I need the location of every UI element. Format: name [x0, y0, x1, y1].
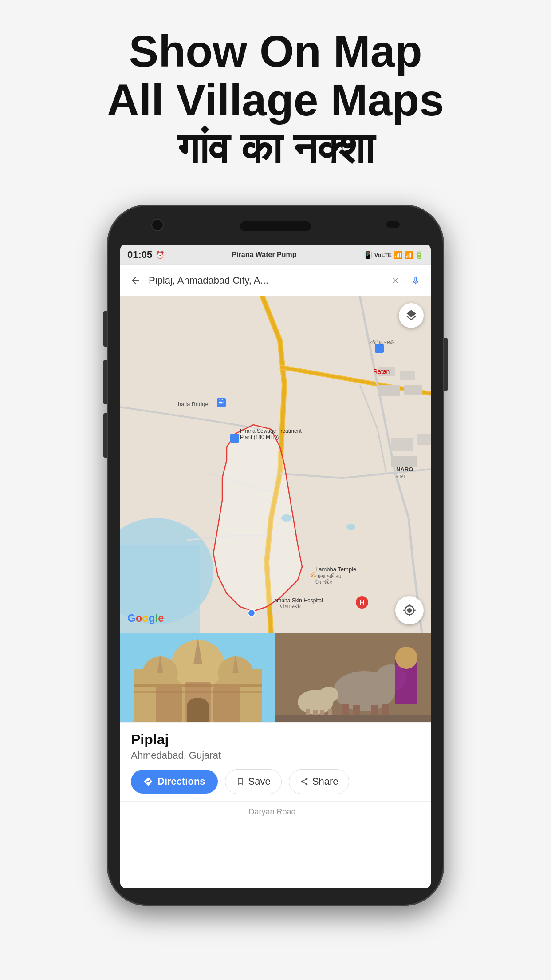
svg-rect-46	[187, 707, 209, 722]
bookmark-icon	[236, 777, 245, 786]
svg-point-60	[319, 687, 338, 703]
svg-rect-65	[276, 715, 431, 722]
sensor	[386, 221, 400, 228]
share-label: Share	[312, 776, 338, 787]
back-button[interactable]	[127, 273, 143, 288]
assistant-button[interactable]	[103, 413, 107, 458]
svg-text:NARO: NARO	[396, 466, 413, 473]
action-buttons: Directions Save Share	[131, 769, 420, 794]
svg-point-13	[346, 524, 355, 530]
svg-text:🏛: 🏛	[218, 399, 224, 406]
status-left: 01:05 ⏰	[127, 249, 165, 261]
app-title-line1: Show On Map	[35, 27, 516, 75]
svg-text:Plant (180 MLD): Plant (180 MLD)	[240, 434, 279, 440]
map-svg: halla Bridge 🏛 Pirana Sewage Treatment P…	[120, 296, 431, 633]
place-address: Ahmedabad, Gujarat	[131, 750, 420, 761]
photo-temple[interactable]	[120, 633, 276, 722]
phone-top	[107, 209, 444, 245]
photos-strip[interactable]	[120, 633, 431, 722]
svg-rect-9	[391, 438, 413, 451]
share-button[interactable]: Share	[289, 769, 350, 794]
svg-text:Lambha Skin Hospital: Lambha Skin Hospital	[271, 597, 323, 604]
directions-label: Directions	[157, 776, 205, 787]
svg-point-33	[248, 609, 255, 616]
wifi-icon: 📶	[394, 251, 402, 259]
svg-text:H: H	[360, 599, 364, 606]
map-area[interactable]: halla Bridge 🏛 Pirana Sewage Treatment P…	[120, 296, 431, 633]
search-bar: Piplaj, Ahmadabad City, A...	[120, 265, 431, 296]
power-button[interactable]	[444, 338, 448, 391]
share-icon	[300, 777, 309, 786]
search-input[interactable]: Piplaj, Ahmadabad City, A...	[149, 275, 383, 286]
mic-button[interactable]	[408, 273, 424, 288]
bottom-panel: Piplaj Ahmedabad, Gujarat Directions Sav…	[120, 722, 431, 801]
svg-text:લાંભા સ્કીન: લાંભા સ્કીન	[280, 604, 303, 609]
svg-text:દેવ મંદિર: દેવ મંદિર	[315, 579, 332, 585]
svg-rect-11	[391, 456, 417, 467]
status-time: 01:05	[127, 249, 152, 261]
svg-text:Pirana Sewage Treatment: Pirana Sewage Treatment	[240, 428, 302, 434]
place-name: Piplaj	[131, 731, 420, 748]
directions-icon	[143, 777, 153, 786]
phone-body: 01:05 ⏰ Pirana Water Pump 📳 VoLTE 📶 📶 🔋	[107, 205, 444, 906]
svg-rect-20	[375, 344, 384, 353]
svg-text:ॐ: ॐ	[310, 571, 315, 578]
svg-rect-48	[134, 691, 262, 693]
app-title-line2: All Village Maps	[35, 75, 516, 124]
svg-point-12	[281, 514, 292, 522]
svg-rect-47	[134, 684, 262, 687]
svg-text:લાંભા બળિયા: લાંભા બળિયા	[315, 573, 341, 579]
volume-up-button[interactable]	[103, 311, 107, 347]
photo-cow[interactable]	[276, 633, 431, 722]
svg-rect-17	[230, 434, 239, 443]
vibrate-icon: 📳	[364, 251, 373, 259]
svg-text:Ratan: Ratan	[373, 368, 390, 375]
location-button[interactable]	[395, 596, 424, 624]
battery-icon: 🔋	[415, 251, 424, 259]
svg-rect-8	[404, 385, 422, 395]
svg-text:નારો: નારો	[396, 474, 405, 479]
map-layers-button[interactable]	[399, 303, 424, 328]
volume-down-button[interactable]	[103, 360, 107, 404]
google-logo: Google	[127, 612, 164, 624]
svg-point-58	[395, 647, 417, 669]
svg-text:Lambha Temple: Lambha Temple	[315, 566, 356, 573]
phone-screen: 01:05 ⏰ Pirana Water Pump 📳 VoLTE 📶 📶 🔋	[120, 245, 431, 888]
status-right: 📳 VoLTE 📶 📶 🔋	[364, 251, 424, 259]
app-title-line3: गांव का नक्शा	[35, 124, 516, 174]
svg-text:કбाड़ मारकॅ: કбाड़ मारकॅ	[369, 340, 394, 345]
phone-wrapper: 01:05 ⏰ Pirana Water Pump 📳 VoLTE 📶 📶 🔋	[102, 191, 449, 919]
alarm-icon: ⏰	[156, 251, 165, 259]
status-center: Pirana Water Pump	[232, 251, 296, 259]
status-bar: 01:05 ⏰ Pirana Water Pump 📳 VoLTE 📶 📶 🔋	[120, 245, 431, 265]
earpiece	[240, 221, 311, 231]
front-camera	[151, 219, 164, 231]
volte-badge: VoLTE	[374, 252, 392, 258]
clear-button[interactable]	[388, 273, 402, 288]
svg-rect-7	[378, 385, 400, 396]
save-button[interactable]: Save	[225, 769, 282, 794]
svg-rect-10	[417, 434, 431, 445]
svg-text:halla Bridge: halla Bridge	[178, 401, 209, 407]
signal-icon: 📶	[404, 251, 413, 259]
svg-rect-6	[400, 371, 415, 380]
bottom-hint-text: Daryan Road...	[248, 807, 302, 817]
directions-button[interactable]: Directions	[131, 770, 218, 794]
header-section: Show On Map All Village Maps गांव का नक्…	[0, 0, 551, 191]
bottom-bar: Daryan Road...	[120, 801, 431, 822]
save-label: Save	[248, 776, 271, 787]
